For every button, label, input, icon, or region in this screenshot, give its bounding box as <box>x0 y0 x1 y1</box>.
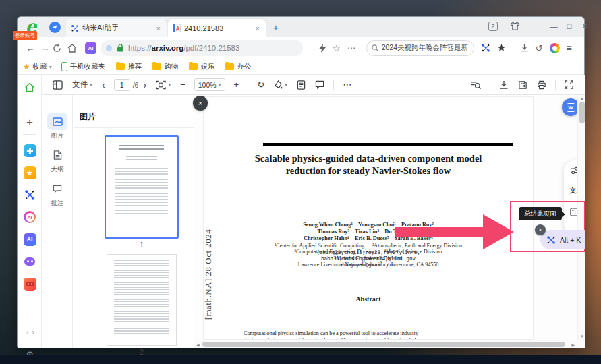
search-icon <box>372 44 378 51</box>
tab-bar: e 纳米AI助手 × 2410.21583 × + 2 <box>18 17 584 37</box>
new-tab-button[interactable]: + <box>270 22 282 33</box>
tab-title: 2410.21583 <box>184 24 254 32</box>
maximize-button[interactable]: □ <box>563 20 576 33</box>
dismiss-shortcut-button[interactable]: × <box>535 224 546 235</box>
next-page-button[interactable]: › <box>143 80 146 90</box>
back-icon[interactable]: ← <box>23 43 38 53</box>
outline-doc-icon <box>47 146 67 164</box>
highlight-tool-button[interactable]: ▾ <box>274 80 287 89</box>
scroll-up-icon[interactable]: ▲ <box>580 96 584 100</box>
bookmark-folder[interactable]: 购物 <box>152 62 178 71</box>
favorites-star-icon[interactable]: ★ <box>23 62 30 71</box>
zoom-in-button[interactable]: + <box>234 80 239 90</box>
phone-icon <box>61 62 67 71</box>
chevron-down-icon[interactable]: ▾ <box>49 64 52 70</box>
favorites-label[interactable]: 收藏 <box>33 62 47 71</box>
url-field[interactable]: https://arxiv.org/pdf/2410.21583 <box>101 40 303 56</box>
bookmark-folders: 推荐 购物 娱乐 办公 <box>116 62 262 71</box>
tab-close-icon[interactable]: × <box>155 24 162 32</box>
desktop-taskbar[interactable] <box>0 355 601 364</box>
toolbar-separator <box>513 43 513 53</box>
sidebar-add-button[interactable]: + <box>23 116 36 129</box>
nano-ai-icon <box>546 235 556 245</box>
tab-nano-ai[interactable]: 纳米AI助手 × <box>66 19 167 37</box>
search-in-document-icon[interactable] <box>471 80 481 90</box>
panel-tab-outline[interactable]: 大纲 <box>45 146 69 174</box>
fullscreen-icon[interactable] <box>565 80 573 89</box>
minimize-button[interactable]: — <box>547 20 561 33</box>
bookmark-folder[interactable]: 娱乐 <box>189 62 214 71</box>
bookmark-folder[interactable]: 办公 <box>225 62 251 71</box>
login-account-badge[interactable]: 登录账号 <box>13 31 37 40</box>
bookmark-label: 手机收藏夹 <box>70 62 106 71</box>
download-manager-icon[interactable] <box>520 44 529 53</box>
print-icon[interactable] <box>537 80 546 90</box>
secure-lock-icon[interactable] <box>117 44 124 52</box>
sidebar-page-arrows[interactable]: ‹› <box>23 326 40 339</box>
ai-shortcut-pill[interactable]: Alt + K <box>540 230 585 249</box>
nano-ai-toolbar-icon[interactable] <box>481 43 490 53</box>
comment-tool-icon[interactable] <box>315 80 324 89</box>
folder-label: 办公 <box>237 62 251 71</box>
ai-assistant-icon[interactable]: AI <box>85 42 96 54</box>
tracking-dot-icon[interactable] <box>106 45 112 51</box>
game-center-app-icon[interactable] <box>23 277 36 291</box>
page-thumbnail-1[interactable] <box>105 135 179 239</box>
bookmark-star-icon[interactable]: ☆ <box>333 43 341 53</box>
zoom-level-dropdown[interactable]: 100%▾ <box>194 78 225 91</box>
fit-page-button[interactable]: ▾ <box>156 80 171 90</box>
thumb-author-lines <box>126 154 157 163</box>
scroll-right-icon[interactable]: ▶ <box>571 342 575 347</box>
scroll-down-icon[interactable]: ▼ <box>580 334 584 338</box>
more-tools-icon[interactable]: ⋯ <box>347 43 355 53</box>
restore-closed-icon[interactable]: ↺ <box>536 43 543 53</box>
scrollbar-thumb[interactable] <box>202 342 565 347</box>
panel-tab-images[interactable]: 图片 <box>45 113 69 140</box>
accelerator-lightning-icon[interactable] <box>319 44 326 53</box>
extensions-icon[interactable] <box>497 44 506 53</box>
viewer-home-icon[interactable] <box>23 80 36 94</box>
page-number-input[interactable] <box>114 79 130 91</box>
tab-pdf-2410-21583[interactable]: 2410.21583 × <box>168 19 266 37</box>
download-pdf-icon[interactable] <box>499 80 509 90</box>
panel-divider <box>74 127 194 128</box>
page-thumbnail-2[interactable] <box>107 254 177 346</box>
prev-page-button[interactable]: ‹ <box>102 80 105 90</box>
horizontal-scrollbar[interactable]: ◀ ▶ <box>194 340 585 348</box>
nano-ai-app-icon[interactable] <box>23 188 36 202</box>
refresh-icon[interactable] <box>53 44 67 53</box>
folder-label: 购物 <box>164 62 178 71</box>
quick-clip-app-icon[interactable] <box>23 144 36 157</box>
bookmark-phone-favorites[interactable]: 手机收藏夹 <box>61 62 106 71</box>
close-window-button[interactable]: × <box>578 20 592 33</box>
tab-count-badge[interactable]: 2 <box>488 22 498 31</box>
panel-tab-annotations[interactable]: 批注 <box>45 180 69 208</box>
favorites-app-icon[interactable]: ★ <box>23 166 36 179</box>
forward-icon[interactable]: → <box>38 43 53 53</box>
scroll-left-icon[interactable]: ◀ <box>196 342 200 347</box>
notes-tool-icon[interactable] <box>297 80 306 90</box>
folder-label: 娱乐 <box>200 62 214 71</box>
ai-writer-app-icon[interactable]: AI <box>23 233 36 246</box>
ai-search-app-icon[interactable]: AI <box>23 210 36 224</box>
search-box[interactable]: 2024央视跨年晚会阵容最新 <box>366 40 474 56</box>
file-menu-button[interactable]: 文件▾ <box>72 80 92 90</box>
bookmark-folder[interactable]: 推荐 <box>116 62 142 71</box>
main-menu-icon[interactable]: ≡ <box>567 42 572 53</box>
save-as-icon[interactable] <box>518 80 527 90</box>
toggle-sidebar-icon[interactable] <box>53 80 63 90</box>
home-icon[interactable] <box>67 44 82 53</box>
scrollbar-thumb[interactable] <box>579 102 585 123</box>
tab-close-icon[interactable]: × <box>254 24 261 32</box>
title-rule <box>263 143 513 146</box>
annotation-arrow-head <box>483 214 514 249</box>
theme-wheel-icon[interactable] <box>550 43 560 53</box>
pdf-toolbar: 文件▾ ‹ /6 › ▾ − 100%▾ + ↻ ▾ ⋯ <box>42 75 585 95</box>
ai-agent-app-icon[interactable] <box>23 255 36 268</box>
nav-compass-icon[interactable] <box>49 22 61 33</box>
rotate-page-button[interactable]: ↻ <box>257 80 264 90</box>
zoom-out-button[interactable]: − <box>180 80 185 90</box>
close-overlay-button[interactable]: × <box>193 96 208 111</box>
theme-shirt-icon[interactable] <box>510 22 520 30</box>
more-tools-button[interactable]: ⋯ <box>343 80 351 90</box>
